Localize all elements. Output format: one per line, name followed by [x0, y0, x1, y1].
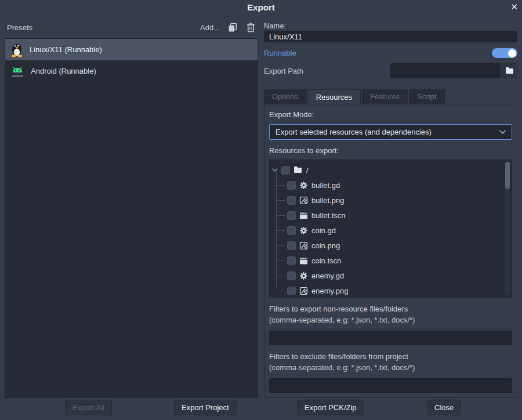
android-icon: android — [10, 64, 25, 79]
tree-row-file[interactable]: bullet.gd — [270, 178, 512, 193]
tree-row-file[interactable]: coin.tscn — [270, 253, 512, 268]
resources-tab-panel: Export Mode: Export selected resources (… — [264, 104, 517, 398]
dialog-footer: Export All Export Project Export PCK/Zip… — [0, 400, 522, 415]
tree-item-label: enemy.png — [311, 287, 348, 295]
script-icon — [299, 226, 308, 235]
script-icon — [299, 271, 308, 280]
export-mode-label: Export Mode: — [269, 110, 512, 121]
tab-resources[interactable]: Resources — [307, 89, 361, 104]
tree-item-label: / — [306, 166, 309, 175]
folder-icon — [293, 165, 303, 175]
presets-list: Linux/X11 (Runnable) android Android (Ru… — [5, 38, 258, 398]
filters-exclude-hint: (comma-separated, e.g: *.json, *.txt, do… — [269, 363, 512, 374]
export-pck-zip-button[interactable]: Export PCK/Zip — [297, 400, 364, 415]
export-all-button[interactable]: Export All — [65, 400, 112, 415]
filters-exclude-label: Filters to exclude files/folders from pr… — [269, 352, 512, 363]
tab-features[interactable]: Features — [362, 89, 408, 104]
tree-row-file[interactable]: coin.gd — [270, 223, 512, 238]
linux-tux-icon — [10, 42, 24, 57]
tree-item-label: bullet.tscn — [311, 211, 346, 220]
preset-item-android[interactable]: android Android (Runnable) — [5, 60, 258, 82]
tree-item-label: enemy.gd — [311, 271, 344, 280]
resources-to-export-label: Resources to export: — [269, 146, 512, 157]
tree-row-file[interactable]: bullet.png — [270, 193, 512, 208]
delete-preset-icon[interactable] — [246, 23, 256, 32]
runnable-row: Runnable — [264, 48, 517, 59]
filters-export-label: Filters to export non-resource files/fol… — [269, 305, 512, 316]
checkbox[interactable] — [287, 226, 296, 235]
checkbox[interactable] — [287, 287, 296, 295]
tree-row-root[interactable]: / — [270, 162, 512, 178]
export-path-row: Export Path — [264, 63, 517, 78]
duplicate-preset-icon[interactable] — [228, 23, 238, 32]
image-icon — [299, 241, 308, 250]
dialog-title: Export — [0, 2, 522, 12]
image-icon — [299, 196, 308, 205]
checkbox[interactable] — [287, 256, 296, 265]
checkbox[interactable] — [287, 241, 296, 250]
preset-item-linux[interactable]: Linux/X11 (Runnable) — [5, 39, 258, 60]
presets-header: Presets Add... — [5, 21, 258, 34]
dialog-body: Presets Add... — [5, 21, 517, 398]
filters-export-input[interactable] — [269, 331, 512, 345]
tree-item-label: coin.tscn — [311, 256, 341, 265]
scene-icon — [299, 256, 308, 265]
chevron-down-icon — [499, 130, 506, 134]
add-preset-button[interactable]: Add... — [200, 23, 220, 32]
name-input[interactable] — [264, 31, 517, 43]
script-icon — [299, 181, 308, 190]
folder-icon — [505, 66, 514, 75]
close-icon[interactable]: ✕ — [510, 2, 518, 12]
browse-path-button[interactable] — [502, 63, 517, 78]
toggle-knob — [508, 49, 516, 57]
tab-options[interactable]: Options — [264, 89, 306, 104]
runnable-label: Runnable — [264, 49, 492, 57]
tree-item-label: bullet.gd — [311, 181, 340, 190]
export-path-label: Export Path — [264, 67, 390, 75]
android-wordmark: android — [12, 74, 23, 78]
presets-panel: Presets Add... — [5, 21, 258, 398]
image-icon — [299, 287, 308, 295]
checkbox[interactable] — [287, 196, 296, 205]
scrollbar-thumb[interactable] — [505, 162, 510, 189]
export-tabs: Options Resources Features Script — [264, 89, 517, 104]
checkbox[interactable] — [281, 166, 290, 175]
checkbox[interactable] — [287, 271, 296, 280]
dialog-titlebar: Export ✕ — [0, 0, 522, 16]
tree-row-file[interactable]: enemy.gd — [270, 268, 512, 283]
preset-item-label: Android (Runnable) — [31, 67, 96, 75]
close-button[interactable]: Close — [427, 400, 461, 415]
checkbox[interactable] — [287, 181, 296, 190]
runnable-toggle[interactable] — [492, 48, 517, 58]
tree-scrollbar[interactable] — [505, 162, 510, 295]
name-label: Name: — [264, 21, 517, 31]
tree-expand-icon — [272, 168, 278, 172]
tree-item-label: coin.gd — [311, 226, 336, 235]
tree-row-file[interactable]: bullet.tscn — [270, 208, 512, 223]
export-mode-value: Export selected resources (and dependenc… — [276, 128, 499, 136]
resources-tree: / — [269, 160, 512, 298]
checkbox[interactable] — [287, 211, 296, 220]
export-mode-select[interactable]: Export selected resources (and dependenc… — [269, 124, 512, 140]
scene-icon — [299, 211, 308, 220]
export-project-button[interactable]: Export Project — [174, 400, 237, 415]
filters-export-hint: (comma-separated, e.g: *.json, *.txt, do… — [269, 316, 512, 327]
tree-row-file[interactable]: enemy.png — [270, 283, 512, 298]
export-path-input[interactable] — [390, 63, 501, 78]
presets-label: Presets — [7, 23, 192, 32]
tree-item-label: coin.png — [311, 241, 340, 250]
tree-item-label: bullet.png — [311, 196, 344, 205]
preset-settings-panel: Name: Runnable Export Path Options Resou… — [264, 21, 517, 398]
filters-exclude-input[interactable] — [269, 378, 512, 393]
tab-script[interactable]: Script — [409, 89, 444, 104]
tree-row-file[interactable]: coin.png — [270, 238, 512, 253]
preset-item-label: Linux/X11 (Runnable) — [30, 45, 102, 54]
